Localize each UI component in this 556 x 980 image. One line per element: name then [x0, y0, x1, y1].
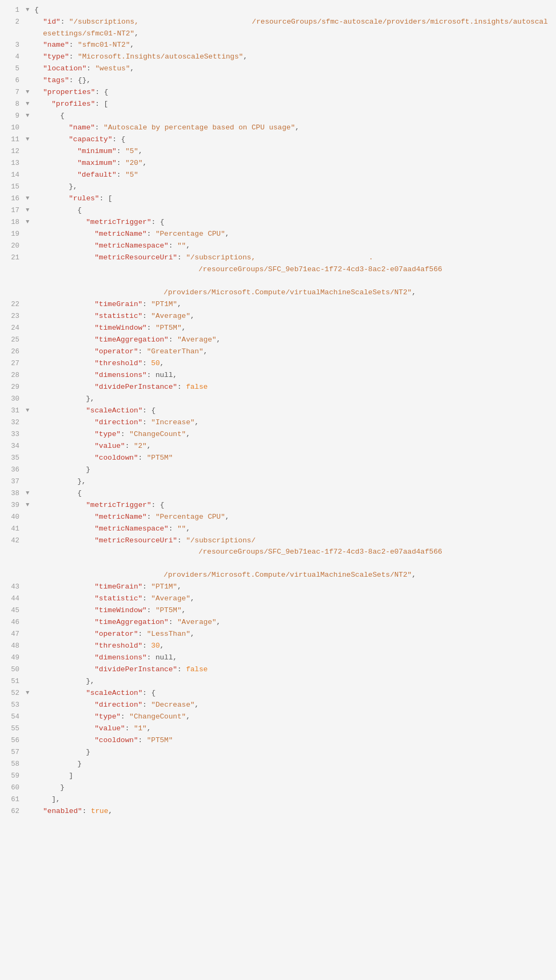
- line-num-41: 41: [4, 523, 19, 535]
- line-content-24: "timeWindow": "PT5M",: [34, 322, 552, 334]
- code-line-58: 58 }: [0, 758, 556, 770]
- line-arrow-48: [26, 640, 32, 651]
- line-arrow-4: [26, 51, 32, 62]
- code-line-42: 42 "metricResourceUri": "/subscriptions/…: [0, 535, 556, 581]
- code-line-20: 20 "metricNamespace": "",: [0, 240, 556, 252]
- code-line-27: 27 "threshold": 50,: [0, 358, 556, 369]
- line-arrow-39[interactable]: ▼: [26, 499, 32, 510]
- line-num-37: 37: [4, 476, 19, 488]
- code-line-16: 16 ▼ "rules": [: [0, 193, 556, 205]
- line-arrow-8[interactable]: ▼: [26, 98, 32, 109]
- line-arrow-38[interactable]: ▼: [26, 488, 32, 498]
- code-line-50: 50 "dividePerInstance": false: [0, 664, 556, 676]
- line-content-26: "operator": "GreaterThan",: [34, 346, 552, 358]
- line-content-8: "profiles": [: [34, 98, 552, 110]
- code-line-48: 48 "threshold": 30,: [0, 640, 556, 652]
- line-arrow-21: [26, 252, 32, 263]
- line-num-44: 44: [4, 593, 19, 605]
- line-arrow-32: [26, 417, 32, 427]
- code-line-32: 32 "direction": "Increase",: [0, 417, 556, 429]
- line-content-16: "rules": [: [34, 193, 552, 205]
- line-num-22: 22: [4, 299, 19, 310]
- line-arrow-6: [26, 75, 32, 85]
- line-num-47: 47: [4, 628, 19, 640]
- line-arrow-16[interactable]: ▼: [26, 193, 32, 204]
- line-num-62: 62: [4, 805, 19, 817]
- code-line-14: 14 "default": "5": [0, 169, 556, 181]
- code-line-22: 22 "timeGrain": "PT1M",: [0, 299, 556, 310]
- line-arrow-51: [26, 676, 32, 686]
- line-arrow-22: [26, 299, 32, 309]
- line-content-33: "type": "ChangeCount",: [34, 429, 552, 440]
- code-line-36: 36 }: [0, 464, 556, 476]
- code-line-30: 30 },: [0, 393, 556, 405]
- line-num-50: 50: [4, 664, 19, 676]
- line-arrow-9[interactable]: ▼: [26, 110, 32, 121]
- line-content-3: "name": "sfmc01-NT2",: [34, 39, 552, 51]
- line-num-12: 12: [4, 146, 19, 157]
- line-content-44: "statistic": "Average",: [34, 593, 552, 605]
- line-content-18: "metricTrigger": {: [34, 216, 552, 228]
- line-content-10: "name": "Autoscale by percentage based o…: [34, 122, 552, 134]
- line-num-19: 19: [4, 228, 19, 240]
- line-content-12: "minimum": "5",: [34, 146, 552, 157]
- line-num-14: 14: [4, 169, 19, 181]
- line-arrow-30: [26, 393, 32, 404]
- code-line-17: 17 ▼ {: [0, 205, 556, 216]
- line-arrow-25: [26, 334, 32, 345]
- code-line-53: 53 "direction": "Decrease",: [0, 699, 556, 711]
- line-arrow-54: [26, 711, 32, 722]
- line-arrow-40: [26, 511, 32, 522]
- line-num-34: 34: [4, 440, 19, 452]
- line-arrow-55: [26, 723, 32, 734]
- line-arrow-15: [26, 181, 32, 192]
- code-line-45: 45 "timeWindow": "PT5M",: [0, 605, 556, 616]
- code-line-49: 49 "dimensions": null,: [0, 652, 556, 664]
- line-arrow-18[interactable]: ▼: [26, 216, 32, 227]
- line-content-14: "default": "5": [34, 169, 552, 181]
- line-arrow-5: [26, 63, 32, 74]
- code-line-61: 61 ],: [0, 794, 556, 805]
- line-arrow-34: [26, 440, 32, 451]
- line-arrow-41: [26, 523, 32, 534]
- line-num-6: 6: [4, 75, 19, 86]
- line-content-29: "dividePerInstance": false: [34, 381, 552, 393]
- code-line-33: 33 "type": "ChangeCount",: [0, 429, 556, 440]
- line-num-40: 40: [4, 511, 19, 523]
- line-num-15: 15: [4, 181, 19, 193]
- code-line-19: 19 "metricName": "Percentage CPU",: [0, 228, 556, 240]
- line-num-58: 58: [4, 758, 19, 770]
- line-num-28: 28: [4, 369, 19, 381]
- code-line-62: 62 "enabled": true,: [0, 805, 556, 817]
- line-num-61: 61: [4, 794, 19, 805]
- code-line-51: 51 },: [0, 676, 556, 687]
- line-content-19: "metricName": "Percentage CPU",: [34, 228, 552, 240]
- code-line-60: 60 }: [0, 782, 556, 794]
- line-arrow-7[interactable]: ▼: [26, 86, 32, 97]
- code-line-10: 10 "name": "Autoscale by percentage base…: [0, 122, 556, 134]
- line-num-35: 35: [4, 452, 19, 464]
- line-num-24: 24: [4, 322, 19, 334]
- code-line-5: 5 "location": "westus",: [0, 63, 556, 75]
- code-line-55: 55 "value": "1",: [0, 723, 556, 735]
- line-content-47: "operator": "LessThan",: [34, 628, 552, 640]
- line-num-60: 60: [4, 782, 19, 794]
- line-num-20: 20: [4, 240, 19, 252]
- line-content-6: "tags": {},: [34, 75, 552, 86]
- line-content-28: "dimensions": null,: [34, 369, 552, 381]
- line-content-61: ],: [34, 794, 552, 805]
- line-arrow-52[interactable]: ▼: [26, 687, 32, 698]
- code-line-35: 35 "cooldown": "PT5M": [0, 452, 556, 464]
- line-num-1: 1: [4, 4, 19, 16]
- line-content-31: "scaleAction": {: [34, 405, 552, 417]
- line-arrow-31[interactable]: ▼: [26, 405, 32, 416]
- line-num-52: 52: [4, 687, 19, 699]
- line-arrow-11[interactable]: ▼: [26, 134, 32, 144]
- code-line-38: 38 ▼ {: [0, 488, 556, 499]
- line-content-56: "cooldown": "PT5M": [34, 735, 552, 746]
- code-container: 1 ▼ { 2 "id": "/subscriptions, /resource…: [0, 0, 556, 980]
- line-arrow-1[interactable]: ▼: [26, 4, 32, 15]
- line-content-22: "timeGrain": "PT1M",: [34, 299, 552, 310]
- line-content-13: "maximum": "20",: [34, 157, 552, 169]
- line-arrow-17[interactable]: ▼: [26, 205, 32, 215]
